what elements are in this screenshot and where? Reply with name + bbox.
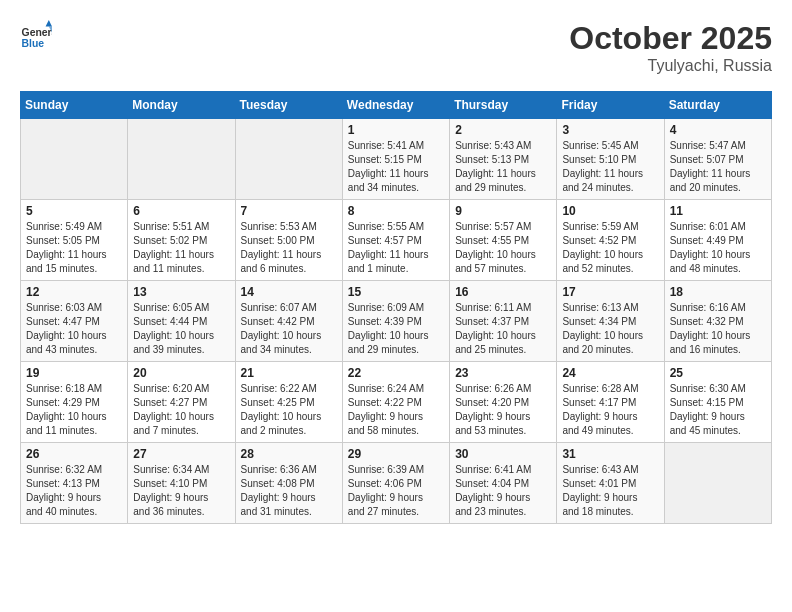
day-number: 26: [26, 447, 122, 461]
calendar-cell: 19Sunrise: 6:18 AM Sunset: 4:29 PM Dayli…: [21, 362, 128, 443]
calendar-week-row: 26Sunrise: 6:32 AM Sunset: 4:13 PM Dayli…: [21, 443, 772, 524]
day-number: 19: [26, 366, 122, 380]
day-number: 22: [348, 366, 444, 380]
day-of-week-header: Saturday: [664, 92, 771, 119]
calendar-cell: 28Sunrise: 6:36 AM Sunset: 4:08 PM Dayli…: [235, 443, 342, 524]
day-info: Sunrise: 6:34 AM Sunset: 4:10 PM Dayligh…: [133, 463, 229, 519]
day-number: 30: [455, 447, 551, 461]
calendar-cell: 5Sunrise: 5:49 AM Sunset: 5:05 PM Daylig…: [21, 200, 128, 281]
day-info: Sunrise: 6:36 AM Sunset: 4:08 PM Dayligh…: [241, 463, 337, 519]
calendar-cell: 27Sunrise: 6:34 AM Sunset: 4:10 PM Dayli…: [128, 443, 235, 524]
calendar-cell: 9Sunrise: 5:57 AM Sunset: 4:55 PM Daylig…: [450, 200, 557, 281]
calendar-cell: [128, 119, 235, 200]
day-info: Sunrise: 6:11 AM Sunset: 4:37 PM Dayligh…: [455, 301, 551, 357]
day-number: 1: [348, 123, 444, 137]
svg-marker-2: [46, 20, 52, 26]
calendar-header: SundayMondayTuesdayWednesdayThursdayFrid…: [21, 92, 772, 119]
day-info: Sunrise: 5:59 AM Sunset: 4:52 PM Dayligh…: [562, 220, 658, 276]
day-info: Sunrise: 6:03 AM Sunset: 4:47 PM Dayligh…: [26, 301, 122, 357]
calendar-cell: 8Sunrise: 5:55 AM Sunset: 4:57 PM Daylig…: [342, 200, 449, 281]
calendar-cell: 2Sunrise: 5:43 AM Sunset: 5:13 PM Daylig…: [450, 119, 557, 200]
day-number: 20: [133, 366, 229, 380]
calendar-cell: 24Sunrise: 6:28 AM Sunset: 4:17 PM Dayli…: [557, 362, 664, 443]
calendar-cell: 14Sunrise: 6:07 AM Sunset: 4:42 PM Dayli…: [235, 281, 342, 362]
day-info: Sunrise: 6:18 AM Sunset: 4:29 PM Dayligh…: [26, 382, 122, 438]
calendar-cell: 20Sunrise: 6:20 AM Sunset: 4:27 PM Dayli…: [128, 362, 235, 443]
calendar-cell: 29Sunrise: 6:39 AM Sunset: 4:06 PM Dayli…: [342, 443, 449, 524]
day-number: 8: [348, 204, 444, 218]
calendar-cell: 13Sunrise: 6:05 AM Sunset: 4:44 PM Dayli…: [128, 281, 235, 362]
day-number: 29: [348, 447, 444, 461]
calendar-cell: 26Sunrise: 6:32 AM Sunset: 4:13 PM Dayli…: [21, 443, 128, 524]
page-header: General Blue October 2025 Tyulyachi, Rus…: [20, 20, 772, 75]
day-number: 11: [670, 204, 766, 218]
day-info: Sunrise: 5:43 AM Sunset: 5:13 PM Dayligh…: [455, 139, 551, 195]
day-info: Sunrise: 5:51 AM Sunset: 5:02 PM Dayligh…: [133, 220, 229, 276]
calendar-cell: [21, 119, 128, 200]
calendar-cell: 22Sunrise: 6:24 AM Sunset: 4:22 PM Dayli…: [342, 362, 449, 443]
day-of-week-header: Friday: [557, 92, 664, 119]
calendar-table: SundayMondayTuesdayWednesdayThursdayFrid…: [20, 91, 772, 524]
calendar-body: 1Sunrise: 5:41 AM Sunset: 5:15 PM Daylig…: [21, 119, 772, 524]
calendar-cell: 6Sunrise: 5:51 AM Sunset: 5:02 PM Daylig…: [128, 200, 235, 281]
day-number: 10: [562, 204, 658, 218]
calendar-cell: 17Sunrise: 6:13 AM Sunset: 4:34 PM Dayli…: [557, 281, 664, 362]
day-info: Sunrise: 6:41 AM Sunset: 4:04 PM Dayligh…: [455, 463, 551, 519]
day-info: Sunrise: 6:01 AM Sunset: 4:49 PM Dayligh…: [670, 220, 766, 276]
day-number: 25: [670, 366, 766, 380]
day-info: Sunrise: 5:45 AM Sunset: 5:10 PM Dayligh…: [562, 139, 658, 195]
day-info: Sunrise: 5:41 AM Sunset: 5:15 PM Dayligh…: [348, 139, 444, 195]
day-number: 3: [562, 123, 658, 137]
calendar-cell: 11Sunrise: 6:01 AM Sunset: 4:49 PM Dayli…: [664, 200, 771, 281]
day-info: Sunrise: 6:24 AM Sunset: 4:22 PM Dayligh…: [348, 382, 444, 438]
day-number: 16: [455, 285, 551, 299]
day-info: Sunrise: 6:26 AM Sunset: 4:20 PM Dayligh…: [455, 382, 551, 438]
calendar-cell: 31Sunrise: 6:43 AM Sunset: 4:01 PM Dayli…: [557, 443, 664, 524]
calendar-cell: 21Sunrise: 6:22 AM Sunset: 4:25 PM Dayli…: [235, 362, 342, 443]
calendar-cell: 25Sunrise: 6:30 AM Sunset: 4:15 PM Dayli…: [664, 362, 771, 443]
calendar-cell: 10Sunrise: 5:59 AM Sunset: 4:52 PM Dayli…: [557, 200, 664, 281]
day-of-week-header: Tuesday: [235, 92, 342, 119]
calendar-cell: 15Sunrise: 6:09 AM Sunset: 4:39 PM Dayli…: [342, 281, 449, 362]
day-info: Sunrise: 6:28 AM Sunset: 4:17 PM Dayligh…: [562, 382, 658, 438]
day-number: 14: [241, 285, 337, 299]
day-of-week-header: Monday: [128, 92, 235, 119]
day-info: Sunrise: 5:53 AM Sunset: 5:00 PM Dayligh…: [241, 220, 337, 276]
svg-text:Blue: Blue: [22, 38, 45, 49]
day-of-week-header: Thursday: [450, 92, 557, 119]
calendar-cell: 1Sunrise: 5:41 AM Sunset: 5:15 PM Daylig…: [342, 119, 449, 200]
calendar-cell: 7Sunrise: 5:53 AM Sunset: 5:00 PM Daylig…: [235, 200, 342, 281]
day-of-week-header: Sunday: [21, 92, 128, 119]
day-number: 4: [670, 123, 766, 137]
month-title: October 2025: [569, 20, 772, 57]
day-number: 15: [348, 285, 444, 299]
day-info: Sunrise: 5:47 AM Sunset: 5:07 PM Dayligh…: [670, 139, 766, 195]
day-info: Sunrise: 5:55 AM Sunset: 4:57 PM Dayligh…: [348, 220, 444, 276]
day-info: Sunrise: 6:22 AM Sunset: 4:25 PM Dayligh…: [241, 382, 337, 438]
day-info: Sunrise: 6:07 AM Sunset: 4:42 PM Dayligh…: [241, 301, 337, 357]
calendar-cell: 18Sunrise: 6:16 AM Sunset: 4:32 PM Dayli…: [664, 281, 771, 362]
calendar-cell: 4Sunrise: 5:47 AM Sunset: 5:07 PM Daylig…: [664, 119, 771, 200]
day-number: 31: [562, 447, 658, 461]
day-number: 6: [133, 204, 229, 218]
day-info: Sunrise: 6:39 AM Sunset: 4:06 PM Dayligh…: [348, 463, 444, 519]
day-number: 7: [241, 204, 337, 218]
day-number: 23: [455, 366, 551, 380]
day-number: 5: [26, 204, 122, 218]
title-block: October 2025 Tyulyachi, Russia: [569, 20, 772, 75]
day-number: 24: [562, 366, 658, 380]
day-info: Sunrise: 6:30 AM Sunset: 4:15 PM Dayligh…: [670, 382, 766, 438]
day-number: 21: [241, 366, 337, 380]
calendar-cell: 3Sunrise: 5:45 AM Sunset: 5:10 PM Daylig…: [557, 119, 664, 200]
day-info: Sunrise: 6:05 AM Sunset: 4:44 PM Dayligh…: [133, 301, 229, 357]
calendar-week-row: 12Sunrise: 6:03 AM Sunset: 4:47 PM Dayli…: [21, 281, 772, 362]
day-info: Sunrise: 6:13 AM Sunset: 4:34 PM Dayligh…: [562, 301, 658, 357]
svg-text:General: General: [22, 27, 52, 38]
day-number: 12: [26, 285, 122, 299]
calendar-cell: 12Sunrise: 6:03 AM Sunset: 4:47 PM Dayli…: [21, 281, 128, 362]
day-number: 17: [562, 285, 658, 299]
calendar-cell: [664, 443, 771, 524]
calendar-week-row: 19Sunrise: 6:18 AM Sunset: 4:29 PM Dayli…: [21, 362, 772, 443]
day-number: 13: [133, 285, 229, 299]
day-number: 28: [241, 447, 337, 461]
